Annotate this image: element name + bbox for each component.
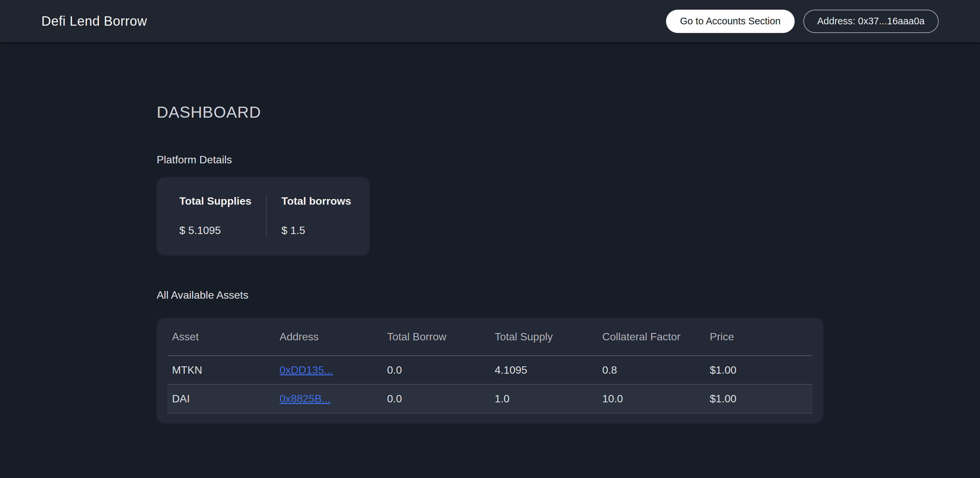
assets-table-card: Asset Address Total Borrow Total Supply … <box>157 318 823 423</box>
total-supplies-value: $ 5.1095 <box>179 224 251 237</box>
total-supplies-label: Total Supplies <box>179 194 251 208</box>
platform-stats-card: Total Supplies $ 5.1095 Total borrows $ … <box>157 177 370 256</box>
column-header-total-borrow: Total Borrow <box>382 318 490 356</box>
assets-table: Asset Address Total Borrow Total Supply … <box>167 318 813 413</box>
wallet-address-button[interactable]: Address: 0x37...16aaa0a <box>803 10 939 33</box>
app-bar: Defi Lend Borrow Go to Accounts Section … <box>0 0 980 42</box>
app-title: Defi Lend Borrow <box>41 14 147 29</box>
column-header-asset: Asset <box>167 318 275 356</box>
total-borrow-cell: 0.0 <box>382 384 490 413</box>
total-supply-cell: 1.0 <box>490 384 598 413</box>
column-header-total-supply: Total Supply <box>490 318 598 356</box>
collateral-factor-cell: 0.8 <box>598 356 705 384</box>
total-borrows-value: $ 1.5 <box>282 224 351 237</box>
price-cell: $1.00 <box>705 356 813 384</box>
total-borrows-stat: Total borrows $ 1.5 <box>266 194 351 237</box>
asset-address-cell: 0x8825B... <box>275 384 383 413</box>
total-supply-cell: 4.1095 <box>490 356 598 384</box>
asset-address-cell: 0xDD135... <box>275 356 383 384</box>
total-borrows-label: Total borrows <box>282 194 351 208</box>
price-cell: $1.00 <box>705 384 813 413</box>
asset-address-link[interactable]: 0xDD135... <box>280 364 333 376</box>
asset-row-mtkn: MTKN 0xDD135... 0.0 4.1095 0.8 $1.00 <box>167 356 813 384</box>
available-assets-label: All Available Assets <box>157 288 823 302</box>
asset-name-cell: DAI <box>167 384 275 413</box>
platform-details-label: Platform Details <box>157 152 823 167</box>
column-header-price: Price <box>705 318 813 356</box>
asset-row-dai: DAI 0x8825B... 0.0 1.0 10.0 $1.00 <box>167 384 813 413</box>
collateral-factor-cell: 10.0 <box>598 384 705 413</box>
total-borrow-cell: 0.0 <box>382 356 490 384</box>
asset-address-link[interactable]: 0x8825B... <box>280 393 331 405</box>
assets-table-header-row: Asset Address Total Borrow Total Supply … <box>167 318 813 356</box>
go-to-accounts-button[interactable]: Go to Accounts Section <box>666 10 794 33</box>
asset-name-cell: MTKN <box>167 356 275 384</box>
dashboard-main: DASHBOARD Platform Details Total Supplie… <box>157 42 823 423</box>
column-header-address: Address <box>275 318 383 356</box>
total-supplies-stat: Total Supplies $ 5.1095 <box>179 194 266 237</box>
page-title: DASHBOARD <box>157 103 823 122</box>
column-header-collateral-factor: Collateral Factor <box>598 318 705 356</box>
navbar-actions: Go to Accounts Section Address: 0x37...1… <box>666 10 939 33</box>
